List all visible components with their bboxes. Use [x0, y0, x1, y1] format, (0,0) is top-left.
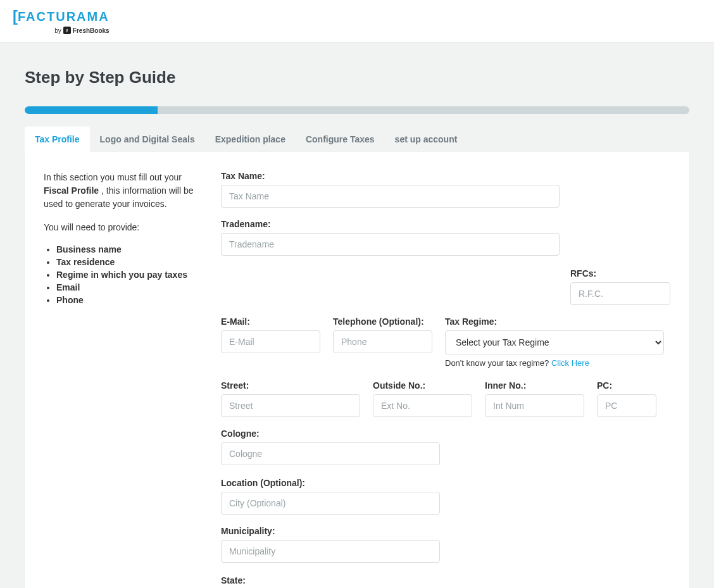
logo-block[interactable]: [ FACTURAMA by f FreshBooks [13, 8, 110, 34]
sidebar-item-list: Business name Tax residence Regime in wh… [44, 244, 196, 305]
cologne-input[interactable] [221, 442, 440, 465]
tab-expedition-place[interactable]: Expedition place [205, 127, 296, 152]
rfc-input[interactable] [570, 282, 670, 305]
pc-label: PC: [597, 380, 656, 391]
outside-no-input[interactable] [373, 394, 472, 417]
sidebar-info: In this section you must fill out your F… [44, 171, 196, 588]
logo-sub-brand: FreshBooks [73, 27, 110, 34]
tab-setup-account[interactable]: set up account [385, 127, 468, 152]
tradename-input[interactable] [221, 233, 560, 256]
municipality-input[interactable] [221, 540, 440, 563]
sidebar-intro: In this section you must fill out your F… [44, 171, 196, 211]
tab-configure-taxes[interactable]: Configure Taxes [296, 127, 385, 152]
page-title: Step by Step Guide [25, 68, 689, 87]
header-bar: [ FACTURAMA by f FreshBooks [0, 0, 714, 42]
sidebar-need-text: You will need to provide: [44, 221, 196, 234]
tab-logo-seals[interactable]: Logo and Digital Seals [90, 127, 205, 152]
list-item: Business name [56, 244, 196, 254]
sidebar-intro-prefix: In this section you must fill out your [44, 172, 182, 182]
email-input[interactable] [221, 330, 320, 353]
tax-regime-hint: Don't know your tax regime? Click Here [445, 358, 664, 368]
sidebar-intro-bold: Fiscal Profile [44, 185, 99, 196]
tabs: Tax Profile Logo and Digital Seals Exped… [25, 127, 689, 152]
tax-regime-label: Tax Regime: [445, 316, 664, 327]
phone-input[interactable] [333, 330, 432, 353]
freshbooks-icon: f [63, 27, 71, 34]
state-label: State: [221, 575, 440, 585]
street-input[interactable] [221, 394, 360, 417]
location-label: Location (Optional): [221, 478, 440, 488]
inner-no-label: Inner No.: [485, 380, 584, 391]
list-item: Tax residence [56, 257, 196, 267]
progress-fill [25, 106, 158, 114]
tax-regime-hint-link[interactable]: Click Here [551, 358, 589, 368]
progress-bar [25, 106, 689, 114]
email-label: E-Mail: [221, 316, 320, 327]
street-label: Street: [221, 380, 360, 391]
cologne-label: Cologne: [221, 428, 440, 439]
tax-name-label: Tax Name: [221, 171, 560, 181]
outside-no-label: Outside No.: [373, 380, 472, 391]
list-item: Email [56, 282, 196, 292]
location-input[interactable] [221, 492, 440, 515]
municipality-label: Municipality: [221, 526, 440, 536]
tab-tax-profile[interactable]: Tax Profile [25, 127, 90, 152]
inner-no-input[interactable] [485, 394, 584, 417]
logo-text: [ FACTURAMA [13, 8, 110, 25]
phone-label: Telephone (Optional): [333, 316, 432, 327]
tradename-label: Tradename: [221, 219, 560, 229]
form-area: Tax Name: Tradename: RFCs: [221, 171, 670, 588]
list-item: Regime in which you pay taxes [56, 270, 196, 280]
list-item: Phone [56, 295, 196, 305]
main-container: Step by Step Guide Tax Profile Logo and … [25, 42, 689, 588]
tax-name-input[interactable] [221, 185, 560, 208]
tax-regime-hint-text: Don't know your tax regime? [445, 358, 551, 368]
panel: In this section you must fill out your F… [25, 152, 689, 588]
logo-name: FACTURAMA [18, 9, 110, 24]
logo-sub: by f FreshBooks [54, 27, 109, 34]
pc-input[interactable] [597, 394, 656, 417]
tax-regime-select[interactable]: Select your Tax Regime [445, 330, 664, 354]
rfc-label: RFCs: [570, 268, 670, 278]
logo-sub-prefix: by [54, 27, 61, 34]
